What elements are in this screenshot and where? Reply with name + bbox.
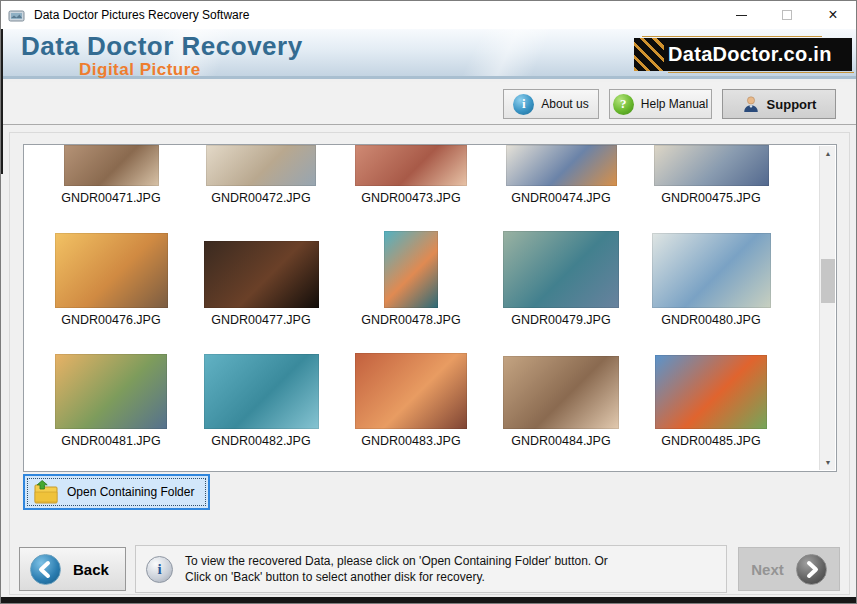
instruction-line-2: Click on 'Back' button to select another… — [185, 569, 608, 585]
title-bar: Data Doctor Pictures Recovery Software × — [1, 1, 856, 29]
thumbnail-filename: GNDR00475.JPG — [661, 191, 760, 205]
maximize-icon — [782, 10, 792, 20]
minimize-icon — [736, 15, 747, 16]
info-icon: i — [513, 94, 534, 115]
thumbnail-item[interactable]: GNDR00482.JPG — [186, 353, 336, 448]
brand-block: Data Doctor Recovery Digital Picture — [21, 31, 303, 80]
thumbnail-grid: GNDR00471.JPGGNDR00472.JPGGNDR00473.JPGG… — [24, 145, 818, 471]
info-sphere-icon: i — [146, 556, 173, 583]
thumbnail-filename: GNDR00484.JPG — [511, 434, 610, 448]
help-manual-label: Help Manual — [641, 97, 708, 111]
thumbnail-item[interactable]: GNDR00484.JPG — [486, 353, 636, 448]
person-icon — [742, 95, 760, 113]
help-manual-button[interactable]: ? Help Manual — [609, 89, 712, 119]
site-logo: DataDoctor.co.in — [634, 38, 852, 71]
thumbnail-filename: GNDR00481.JPG — [61, 434, 160, 448]
question-icon: ? — [613, 94, 634, 115]
thumbnail-item[interactable]: GNDR00471.JPG — [36, 145, 186, 205]
photo-thumbnail[interactable] — [503, 231, 619, 308]
thumbnail-filename: GNDR00480.JPG — [661, 313, 760, 327]
photo-thumbnail[interactable] — [655, 355, 767, 429]
vertical-scrollbar[interactable]: ▲ ▼ — [819, 146, 835, 470]
thumbnail-filename: GNDR00477.JPG — [211, 313, 310, 327]
thumbnail-item[interactable]: GNDR00481.JPG — [36, 353, 186, 448]
window-title: Data Doctor Pictures Recovery Software — [34, 8, 249, 22]
thumbnail-item[interactable]: GNDR00475.JPG — [636, 145, 786, 205]
instruction-line-1: To view the recovered Data, please click… — [185, 553, 608, 569]
photo-thumbnail[interactable] — [654, 145, 769, 186]
thumbnail-item[interactable]: GNDR00480.JPG — [636, 231, 786, 327]
photo-thumbnail[interactable] — [55, 354, 167, 429]
thumbnail-item[interactable]: GNDR00478.JPG — [336, 231, 486, 327]
support-label: Support — [767, 97, 817, 112]
header: Data Doctor Recovery Digital Picture Dat… — [1, 29, 856, 79]
scrollbar-thumb[interactable] — [821, 259, 835, 303]
photo-thumbnail[interactable] — [384, 231, 438, 308]
toolbar: i About us ? Help Manual Support — [1, 82, 856, 125]
back-button[interactable]: Back — [19, 547, 126, 591]
thumbnail-filename: GNDR00476.JPG — [61, 313, 160, 327]
photo-thumbnail[interactable] — [204, 241, 319, 308]
next-label: Next — [751, 561, 784, 578]
thumbnail-filename: GNDR00472.JPG — [211, 191, 310, 205]
thumbnail-filename: GNDR00485.JPG — [661, 434, 760, 448]
scroll-up-icon[interactable]: ▲ — [820, 146, 836, 161]
maximize-button[interactable] — [764, 1, 810, 29]
thumbnail-row: GNDR00476.JPGGNDR00477.JPGGNDR00478.JPGG… — [36, 231, 818, 327]
close-icon: × — [828, 7, 837, 23]
thumbnail-item[interactable]: GNDR00477.JPG — [186, 231, 336, 327]
photo-thumbnail[interactable] — [503, 356, 619, 429]
thumbnail-row: GNDR00481.JPGGNDR00482.JPGGNDR00483.JPGG… — [36, 353, 818, 448]
app-icon — [8, 8, 26, 23]
photo-thumbnail[interactable] — [652, 233, 771, 308]
window-edge-shadow — [1, 29, 3, 174]
photo-thumbnail[interactable] — [506, 145, 617, 186]
scroll-down-icon[interactable]: ▼ — [820, 455, 836, 470]
about-us-button[interactable]: i About us — [503, 89, 599, 119]
photo-thumbnail[interactable] — [355, 145, 467, 186]
support-button[interactable]: Support — [722, 89, 836, 119]
instruction-text: To view the recovered Data, please click… — [185, 553, 608, 585]
back-label: Back — [73, 561, 109, 578]
thumbnail-item[interactable]: GNDR00483.JPG — [336, 353, 486, 448]
thumbnail-item[interactable]: GNDR00476.JPG — [36, 231, 186, 327]
logo-stripes-icon — [634, 38, 664, 71]
photo-thumbnail[interactable] — [64, 145, 159, 186]
thumbnail-filename: GNDR00479.JPG — [511, 313, 610, 327]
thumbnail-filename: GNDR00483.JPG — [361, 434, 460, 448]
thumbnail-row: GNDR00471.JPGGNDR00472.JPGGNDR00473.JPGG… — [36, 145, 818, 205]
next-button[interactable]: Next — [738, 547, 840, 591]
thumbnail-item[interactable]: GNDR00485.JPG — [636, 353, 786, 448]
about-us-label: About us — [541, 97, 588, 111]
site-logo-text: DataDoctor.co.in — [668, 43, 832, 66]
brand-subtitle: Digital Picture — [79, 60, 303, 80]
thumbnail-filename: GNDR00482.JPG — [211, 434, 310, 448]
recovered-files-panel: GNDR00471.JPGGNDR00472.JPGGNDR00473.JPGG… — [23, 144, 837, 472]
instruction-box: i To view the recovered Data, please cli… — [135, 545, 727, 593]
window-bottom-edge — [1, 597, 856, 603]
photo-thumbnail[interactable] — [355, 353, 467, 429]
thumbnail-item[interactable]: GNDR00479.JPG — [486, 231, 636, 327]
open-containing-folder-button[interactable]: Open Containing Folder — [23, 474, 210, 510]
brand-title: Data Doctor Recovery — [21, 31, 303, 62]
minimize-button[interactable] — [718, 1, 764, 29]
photo-thumbnail[interactable] — [206, 145, 316, 186]
open-folder-icon — [33, 480, 59, 504]
thumbnail-item[interactable]: GNDR00473.JPG — [336, 145, 486, 205]
thumbnail-item[interactable]: GNDR00472.JPG — [186, 145, 336, 205]
thumbnail-filename: GNDR00473.JPG — [361, 191, 460, 205]
back-arrow-icon — [30, 554, 61, 585]
photo-thumbnail[interactable] — [204, 354, 319, 429]
thumbnail-filename: GNDR00474.JPG — [511, 191, 610, 205]
close-button[interactable]: × — [810, 1, 856, 29]
photo-thumbnail[interactable] — [55, 233, 168, 308]
next-arrow-icon — [796, 554, 827, 585]
thumbnail-filename: GNDR00478.JPG — [361, 313, 460, 327]
open-folder-label: Open Containing Folder — [67, 485, 194, 499]
thumbnail-item[interactable]: GNDR00474.JPG — [486, 145, 636, 205]
thumbnail-filename: GNDR00471.JPG — [61, 191, 160, 205]
app-window: Data Doctor Pictures Recovery Software ×… — [0, 0, 857, 604]
